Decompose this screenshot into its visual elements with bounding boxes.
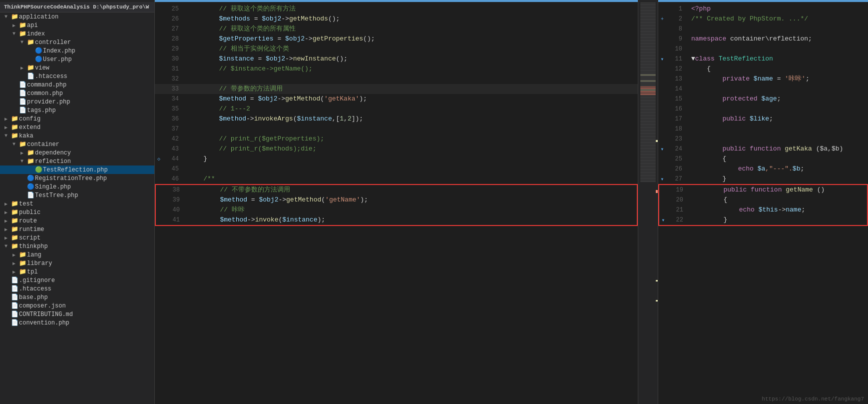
- gutter-left-42: [155, 134, 163, 144]
- minimap-line-32: [640, 50, 656, 52]
- line-number-left-27: 27: [163, 24, 184, 34]
- tree-item-kaka[interactable]: ▼📁kaka: [0, 132, 154, 140]
- tree-item-command.php[interactable]: 📄command.php: [0, 80, 154, 89]
- tree-item-extend[interactable]: ▶📁extend: [0, 123, 154, 132]
- minimap-line-62: [640, 96, 656, 96]
- code-line-left-46: 46 /**: [155, 174, 638, 184]
- folder-arrow-thinkphp: ▼: [2, 244, 10, 249]
- tree-item-script[interactable]: ▶📁script: [0, 234, 154, 242]
- tree-item-api[interactable]: ▶📁api: [0, 21, 154, 30]
- tree-item-Index.php[interactable]: 🔵Index.php: [0, 46, 154, 55]
- tree-label-tpl: tpl: [27, 268, 38, 276]
- right-code-panel[interactable]: 1<?php+2/** Created by PhpStorm. ...*/8 …: [658, 0, 868, 404]
- tree-item-tags.php[interactable]: 📄tags.php: [0, 106, 154, 114]
- tree-item-TestReflection.php[interactable]: 🟢TestReflection.php: [0, 166, 154, 174]
- gutter-right-20: [659, 195, 667, 205]
- line-content-right-22: }: [688, 215, 867, 225]
- tree-item-.gitignore[interactable]: 📄.gitignore: [0, 276, 154, 284]
- tree-item-.htaccess[interactable]: 📄.htaccess: [0, 72, 154, 80]
- file-icon-common.php: 📄: [18, 90, 27, 97]
- tree-item-.htaccess2[interactable]: 📄.htaccess: [0, 284, 154, 293]
- folder-arrow-view: ▶: [18, 65, 26, 71]
- tree-item-controller[interactable]: ▼📁controller: [0, 38, 154, 46]
- tree-item-reflection[interactable]: ▼📁reflection: [0, 157, 154, 166]
- tree-item-application[interactable]: ▼📁application: [0, 12, 154, 21]
- tree-item-index[interactable]: ▼📁index: [0, 30, 154, 38]
- tree-item-Single.php[interactable]: 🔵Single.php: [0, 182, 154, 191]
- minimap-line-17: [640, 28, 656, 29]
- tree-item-lang[interactable]: ▶📁lang: [0, 250, 154, 259]
- tree-item-container[interactable]: ▼📁container: [0, 140, 154, 148]
- line-content-left-43: // print_r($methods);die;: [184, 144, 638, 154]
- file-icon-TestReflection.php: 🟢: [34, 166, 43, 174]
- code-line-right-15: 15 protected $age;: [658, 94, 868, 104]
- line-number-left-38: 38: [164, 185, 185, 195]
- tree-label-container: container: [27, 141, 59, 148]
- tree-item-config[interactable]: ▶📁config: [0, 114, 154, 123]
- tree-item-route[interactable]: ▶📁route: [0, 216, 154, 225]
- folder-icon-index: 📁: [18, 30, 27, 38]
- minimap-line-83: [640, 127, 656, 128]
- tree-item-TestTree.php[interactable]: 📄TestTree.php: [0, 191, 154, 200]
- tree-item-composer.json[interactable]: 📄composer.json: [0, 302, 154, 310]
- folder-icon-script: 📁: [10, 234, 19, 242]
- gutter-left-39: [156, 195, 164, 205]
- code-line-left-28: 28 $getProperties = $obj2->getProperties…: [155, 34, 638, 44]
- tree-label-command.php: command.php: [27, 82, 66, 88]
- code-line-right-9: 9namespace container\reflection;: [658, 34, 868, 44]
- line-content-right-13: private $name = '咔咔';: [687, 74, 868, 84]
- red-box-section-right: 19 public function getName ()20 {21 echo…: [658, 184, 868, 226]
- tree-item-RegistrationTree.php[interactable]: 🔵RegistrationTree.php: [0, 174, 154, 182]
- tree-item-thinkphp[interactable]: ▼📁thinkphp: [0, 242, 154, 250]
- tree-label-TestReflection.php: TestReflection.php: [43, 166, 108, 174]
- gutter-left-35: [155, 104, 163, 114]
- minimap-line-57: [640, 88, 656, 89]
- tree-item-common.php[interactable]: 📄common.php: [0, 89, 154, 98]
- gutter-right-16: [658, 104, 666, 114]
- tree-item-convention.php[interactable]: 📄convention.php: [0, 318, 154, 327]
- minimap-line-28: [640, 44, 656, 46]
- tree-item-base.php[interactable]: 📄base.php: [0, 293, 154, 302]
- minimap-line-33: [640, 52, 656, 53]
- minimap-line-67: [640, 103, 656, 104]
- tree-label-Single.php: Single.php: [35, 184, 71, 190]
- line-number-right-10: 10: [666, 44, 687, 54]
- code-line-right-21: 21 echo $this->name;: [659, 205, 867, 215]
- tree-item-public[interactable]: ▶📁public: [0, 208, 154, 216]
- tree-item-User.php[interactable]: 🔵User.php: [0, 55, 154, 64]
- left-code-panel[interactable]: 25 // 获取这个类的所有方法26 $methods = $obj2->get…: [155, 0, 638, 404]
- minimap-line-115: [640, 175, 656, 176]
- line-number-left-25: 25: [163, 4, 184, 14]
- project-title: ThinkPHPSourceCodeAnalysis D:\phpstudy_p…: [0, 2, 154, 12]
- line-content-left-31: // $instance->getName();: [184, 64, 638, 74]
- tree-item-dependency[interactable]: ▶📁dependency: [0, 148, 154, 157]
- tree-label-common.php: common.php: [27, 90, 63, 97]
- tree-label-public: public: [19, 209, 40, 216]
- tree-item-provider.php[interactable]: 📄provider.php: [0, 98, 154, 106]
- tree-item-tpl[interactable]: ▶📁tpl: [0, 268, 154, 276]
- minimap-line-58: [640, 90, 656, 90]
- folder-icon-extend: 📁: [10, 124, 19, 131]
- tree-item-library[interactable]: ▶📁library: [0, 259, 154, 268]
- file-tree[interactable]: ThinkPHPSourceCodeAnalysis D:\phpstudy_p…: [0, 0, 155, 404]
- folder-arrow-route: ▶: [2, 218, 10, 224]
- line-number-left-41: 41: [164, 215, 185, 225]
- tree-item-view[interactable]: ▶📁view: [0, 64, 154, 72]
- folder-icon-api: 📁: [18, 22, 27, 29]
- minimap-line-2: [640, 6, 656, 6]
- tree-item-CONTRIBUTING.md[interactable]: 📄CONTRIBUTING.md: [0, 310, 154, 318]
- minimap-line-101: [640, 154, 656, 155]
- minimap-line-80: [640, 122, 656, 124]
- line-content-left-25: // 获取这个类的所有方法: [184, 4, 638, 14]
- tree-item-test[interactable]: ▶📁test: [0, 200, 154, 208]
- minimap-line-6: [640, 12, 656, 12]
- minimap-line-25: [640, 40, 656, 41]
- tree-item-runtime[interactable]: ▶📁runtime: [0, 225, 154, 234]
- minimap-line-31: [640, 49, 656, 50]
- tree-label-route: route: [19, 218, 37, 224]
- minimap-line-92: [640, 140, 656, 142]
- gutter-right-8: [658, 24, 666, 34]
- code-line-left-45: 45: [155, 164, 638, 174]
- minimap-line-38: [640, 60, 656, 60]
- folder-arrow-library: ▶: [10, 260, 18, 266]
